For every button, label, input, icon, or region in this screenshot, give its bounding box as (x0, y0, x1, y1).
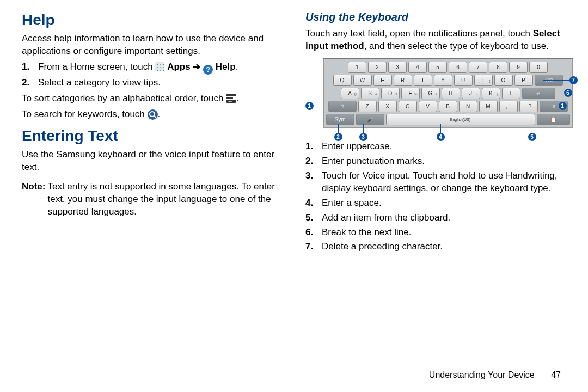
keyboard-key: C (399, 101, 417, 112)
apps-icon (155, 62, 164, 71)
keyboard-key: 6 (449, 62, 467, 73)
keyboard-key: V (419, 101, 437, 112)
keyboard-key: O (494, 75, 513, 86)
keyboard-key: F (401, 88, 420, 99)
keyboard-key: I (474, 75, 493, 86)
help-step-2: 2. Select a category to view tips. (34, 77, 283, 89)
keyboard-key: G (421, 88, 440, 99)
footer-section: Understanding Your Device (429, 370, 535, 379)
keyboard-key: Q (333, 75, 352, 86)
kb-step-4: 4.Enter a space. (317, 197, 566, 210)
keyboard-key: 9 (509, 62, 528, 73)
callout-6: 6 (564, 89, 572, 97)
entering-intro: Use the Samsung keyboard or the voice in… (22, 149, 283, 174)
keyboard-key: 7 (469, 62, 487, 73)
keyboard-key: W (353, 75, 372, 86)
help-step-1: 1. From a Home screen, touch Apps ➔ ? He… (34, 61, 283, 75)
entering-heading: Entering Text (22, 126, 283, 146)
keyboard-key: . ? (519, 101, 538, 112)
keyboard-key: B (439, 101, 457, 112)
keyboard-key: 📋 (537, 114, 570, 125)
arrow-icon: ➔ (193, 62, 203, 72)
page-footer: Understanding Your Device 47 (429, 370, 561, 380)
keyboard-key: S (361, 88, 379, 99)
keyboard-key: 4 (408, 62, 427, 73)
keyboard-key: 2 (368, 62, 387, 73)
keyboard-key: Sym (326, 114, 354, 125)
svg-rect-1 (226, 97, 233, 99)
svg-text:a-z: a-z (228, 100, 232, 103)
search-line: To search for keywords, touch . (22, 108, 283, 121)
keyboard-key: D (381, 88, 400, 99)
callout-5: 5 (528, 133, 536, 141)
keyboard-key: English(US) (386, 114, 535, 125)
keyboard-key: E (373, 75, 392, 86)
using-keyboard-heading: Using the Keyboard (305, 10, 566, 24)
keyboard-key: R (394, 75, 412, 86)
keyboard-steps: 1.Enter uppercase. 2.Enter punctuation m… (305, 140, 566, 254)
note-text: Text entry is not supported in some lang… (45, 181, 283, 218)
magnifier-icon (148, 109, 158, 120)
kb-step-5: 5.Add an item from the clipboard. (317, 212, 566, 224)
keyboard-key: U (454, 75, 473, 86)
keyboard-key: L (502, 88, 520, 99)
help-label: Help (216, 62, 236, 72)
callout-2: 2 (334, 133, 342, 141)
help-intro: Access help information to learn how to … (22, 33, 283, 58)
help-icon: ? (203, 65, 213, 75)
callout-7: 7 (569, 76, 578, 84)
kb-step-2: 2.Enter punctuation marks. (317, 155, 566, 168)
help-heading: Help (22, 10, 283, 30)
keyboard-key: P (514, 75, 533, 86)
using-keyboard-intro: Touch any text field, open the notificat… (305, 28, 566, 53)
keyboard-key: X (378, 101, 397, 112)
keyboard-key: Y (434, 75, 452, 86)
keyboard-key: 8 (489, 62, 507, 73)
kb-step-1: 1.Enter uppercase. (317, 140, 566, 153)
kb-step-7: 7.Delete a preceding character. (317, 241, 566, 253)
callout-1b: 1 (559, 102, 567, 110)
keyboard-key: M (479, 101, 498, 112)
keyboard-key: A (341, 88, 359, 99)
right-column: Using the Keyboard Touch any text field,… (305, 10, 566, 256)
keyboard-key: J (462, 88, 480, 99)
sort-line: To sort categories by an alphabetical or… (22, 93, 283, 105)
callout-4: 4 (437, 133, 445, 141)
keyboard-key: ⇧ (328, 101, 357, 112)
keyboard-key: K (482, 88, 500, 99)
help-steps: 1. From a Home screen, touch Apps ➔ ? He… (22, 61, 283, 89)
keyboard-key: ↵ (522, 88, 555, 99)
keyboard-key: N (459, 101, 477, 112)
keyboard-key: 0 (529, 62, 548, 73)
keyboard-key: Z (358, 101, 377, 112)
keyboard-body: 1234567890 QWERTYUIOP⌫ ASDFGHJKL↵ ⇧ZXCVB… (323, 58, 573, 128)
keyboard-key: 🎤 (356, 114, 384, 125)
callout-3: 3 (359, 133, 367, 141)
keyboard-key: 1 (348, 62, 366, 73)
footer-page: 47 (551, 370, 561, 379)
callout-1: 1 (305, 102, 314, 110)
keyboard-key: , ! (499, 101, 518, 112)
note-box: Note: Text entry is not supported in som… (22, 177, 283, 222)
keyboard-key: T (414, 75, 432, 86)
keyboard-key: 3 (388, 62, 407, 73)
keyboard-key: H (442, 88, 460, 99)
apps-label: Apps (167, 62, 191, 72)
kb-step-6: 6.Break to the next line. (317, 226, 566, 239)
kb-step-3: 3.Touch for Voice input. Touch and hold … (317, 170, 566, 195)
keyboard-diagram: 1234567890 QWERTYUIOP⌫ ASDFGHJKL↵ ⇧ZXCVB… (311, 58, 561, 128)
sort-icon: a-z (226, 94, 236, 103)
keyboard-key: 5 (428, 62, 447, 73)
svg-rect-0 (226, 94, 236, 96)
note-label: Note: (22, 181, 45, 192)
left-column: Help Access help information to learn ho… (22, 10, 283, 256)
